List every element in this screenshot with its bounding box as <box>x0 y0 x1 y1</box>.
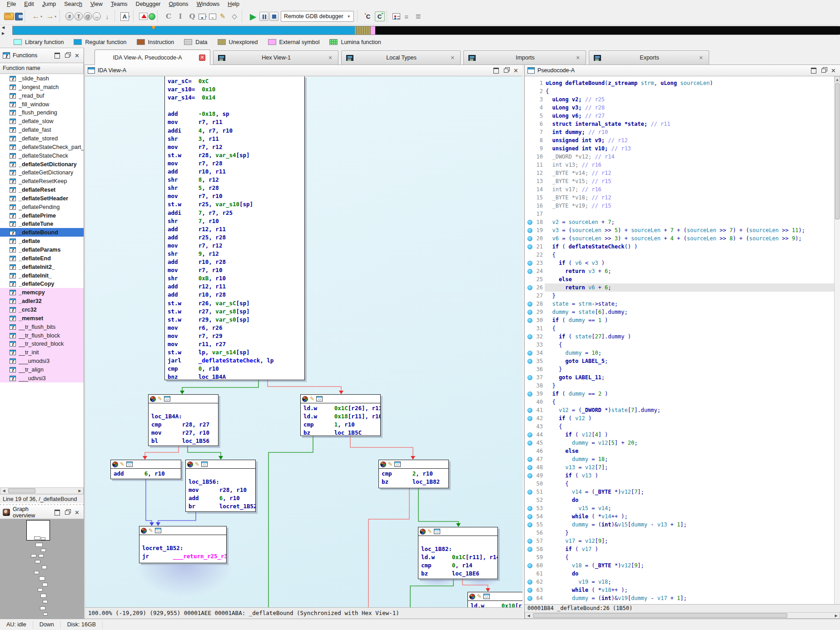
pseudocode-line-57[interactable]: 57 v17 = v12[9]; <box>525 537 834 545</box>
float-button[interactable] <box>820 67 827 74</box>
float-button[interactable] <box>502 67 510 74</box>
float-button[interactable] <box>63 52 71 59</box>
function-item[interactable]: f_deflateCopy <box>0 279 84 288</box>
basic-block-1[interactable]: ✎loc_1B4A:cmp r28, r27mov r27, r10bl loc… <box>148 394 219 446</box>
pseudocode-line-22[interactable]: 22 { <box>525 251 834 259</box>
basic-block-2[interactable]: ✎ld.w 0x1C[r26], r11ld.w 0x18[r11], r10c… <box>300 394 381 436</box>
function-item[interactable]: f_flush_pending <box>0 108 84 117</box>
basic-block-7[interactable]: ✎loc_1B82:ld.w 0x1C[r11], r14cmp 0, r14b… <box>418 527 498 579</box>
vscroll-up-icon[interactable]: ▲ <box>835 76 840 82</box>
block-edit-icon[interactable]: ✎ <box>477 594 482 600</box>
pseudocode-line-46[interactable]: 46 else <box>525 447 834 455</box>
function-item[interactable]: f_deflateSetHeader <box>0 194 84 203</box>
navigate-back-icon[interactable]: ← <box>30 11 41 22</box>
open-file-icon[interactable] <box>4 13 14 20</box>
pseudocode-line-27[interactable]: 27 } <box>525 292 834 300</box>
block-edit-icon[interactable]: ✎ <box>149 528 153 534</box>
trace-edit-icon[interactable]: ✎ <box>217 11 228 22</box>
close-icon[interactable]: ✕ <box>199 55 205 61</box>
function-item[interactable]: f_deflateBound <box>0 228 84 237</box>
pseudocode-line-5[interactable]: 5 uLong v6; // r27 <box>525 112 834 120</box>
block-frame-icon[interactable] <box>201 461 208 467</box>
menu-help[interactable]: Help <box>224 0 244 8</box>
block-color-icon[interactable] <box>302 396 308 402</box>
expand-items-icon[interactable]: ≣ <box>413 11 424 22</box>
block-frame-icon[interactable] <box>483 594 490 599</box>
block-header[interactable]: ✎ <box>149 395 218 403</box>
menu-file[interactable]: File <box>3 0 20 8</box>
function-item[interactable]: f__tr_flush_bits <box>0 322 84 331</box>
pseudocode-line-25[interactable]: 25 else <box>525 275 834 283</box>
graph-overview-minimap[interactable] <box>0 519 84 619</box>
block-edit-icon[interactable]: ✎ <box>120 461 124 467</box>
function-item[interactable]: f_deflateStateCheck_part__0 <box>0 143 84 151</box>
pseudocode-line-32[interactable]: 32 if ( state[27].dummy ) <box>525 332 834 341</box>
block-header[interactable]: ✎ <box>418 527 497 536</box>
hscroll-left-icon[interactable]: ◀ <box>0 489 7 493</box>
stop-debugger-icon[interactable] <box>269 12 278 21</box>
pseudocode-line-43[interactable]: 43 { <box>525 422 834 431</box>
block-color-icon[interactable] <box>112 461 118 467</box>
function-item[interactable]: f_deflateResetKeep <box>0 177 84 185</box>
graph-view[interactable]: var_sC= 0xCvar_s10= 0x10var_s14= 0x14add… <box>85 76 523 607</box>
menu-jump[interactable]: Jump <box>38 0 60 8</box>
block-frame-icon[interactable] <box>155 528 161 533</box>
block-edit-icon[interactable]: ✎ <box>388 461 393 467</box>
pseudocode-view[interactable]: 1uLong deflateBound(z_streamp strm, uLon… <box>525 76 834 604</box>
pseudocode-line-59[interactable]: 59 { <box>525 553 834 561</box>
hscroll-right-icon[interactable]: ▶ <box>833 614 840 618</box>
pseudocode-line-64[interactable]: 64 dummy = (int)&v19[dummy - v17 + 1]; <box>525 594 834 602</box>
pseudocode-line-38[interactable]: 38 } <box>525 382 834 390</box>
tab-imports[interactable]: Imports✕ <box>463 50 586 64</box>
basic-block-0[interactable]: var_sC= 0xCvar_s10= 0x10var_s14= 0x14add… <box>164 76 305 380</box>
pseudocode-line-14[interactable]: 14 int v17; // r16 <box>525 185 834 193</box>
tab-exports[interactable]: Exports✕ <box>589 50 709 64</box>
basic-block-6[interactable]: ✎locret_1B52:jr ___return_r25_r31 <box>139 526 227 563</box>
pseudocode-line-47[interactable]: 47 dummy = 18; <box>525 455 834 463</box>
block-frame-icon[interactable] <box>164 396 170 402</box>
pause-debugger-icon[interactable] <box>259 12 268 21</box>
maximize-button[interactable] <box>810 67 817 74</box>
watch-window-icon[interactable] <box>209 14 216 20</box>
function-item[interactable]: f_deflateReset <box>0 185 84 194</box>
jump-entry-icon[interactable]: → <box>93 12 101 20</box>
debug-segments-icon[interactable]: C <box>163 11 174 22</box>
pseudocode-line-9[interactable]: 9 unsigned int v10; // r13 <box>525 144 834 153</box>
menu-debugger[interactable]: Debugger <box>132 0 165 8</box>
function-item[interactable]: f_deflate <box>0 237 84 245</box>
close-button[interactable]: ✕ <box>512 67 520 74</box>
pseudocode-line-39[interactable]: 39 if ( dummy == 2 ) <box>525 390 834 398</box>
jump-address-icon[interactable]: # <box>65 12 74 20</box>
function-item[interactable]: f_crc32 <box>0 305 84 314</box>
pseudocode-line-63[interactable]: 63 while ( *v18++ ); <box>525 586 834 594</box>
function-item[interactable]: f_deflateSetDictionary <box>0 160 84 169</box>
pseudocode-line-6[interactable]: 6 struct internal_state *state; // r11 <box>525 120 834 128</box>
close-icon[interactable]: ✕ <box>449 55 456 61</box>
close-icon[interactable]: ✕ <box>698 55 704 61</box>
block-edit-icon[interactable]: ✎ <box>427 529 432 535</box>
band-scroll-left-icon[interactable]: ◀ <box>2 25 8 30</box>
pseudocode-hscrollbar[interactable]: ◀ ▶ <box>525 612 840 619</box>
block-header[interactable]: ✎ <box>379 460 448 469</box>
block-color-icon[interactable] <box>141 528 147 534</box>
pseudocode-line-30[interactable]: 30 if ( dummy == 1 ) <box>525 316 834 324</box>
pseudocode-line-1[interactable]: 1uLong deflateBound(z_streamp strm, uLon… <box>525 79 834 87</box>
menu-view[interactable]: View <box>86 0 107 8</box>
pseudocode-line-7[interactable]: 7 int dummy; // r10 <box>525 128 834 136</box>
chooser-list-icon[interactable] <box>393 13 400 20</box>
function-item[interactable]: f__tr_stored_block <box>0 339 84 348</box>
function-item[interactable]: f___umodsi3 <box>0 357 84 365</box>
close-button[interactable]: ✕ <box>830 67 837 74</box>
band-scroll-right-icon[interactable]: ▶ <box>2 31 8 35</box>
source-c-icon[interactable]: C <box>363 11 374 22</box>
close-button[interactable]: ✕ <box>73 509 81 516</box>
pseudocode-line-62[interactable]: 62 v19 = v18; <box>525 578 834 586</box>
pseudocode-line-24[interactable]: 24 return v3 + 6; <box>525 267 834 275</box>
collapse-items-icon[interactable]: ≡ <box>401 11 412 22</box>
pseudocode-line-60[interactable]: 60 v18 = (_BYTE *)v12[9]; <box>525 561 834 570</box>
navigate-forward-icon[interactable]: → <box>45 11 55 22</box>
function-item[interactable]: f_memset <box>0 314 84 322</box>
basic-block-5[interactable]: ✎cmp 2, r10bz loc_1B82 <box>378 460 449 488</box>
pseudocode-line-21[interactable]: 21 if ( deflateStateCheck() ) <box>525 243 834 251</box>
pseudocode-line-13[interactable]: 13 _BYTE *v15; // r15 <box>525 177 834 185</box>
